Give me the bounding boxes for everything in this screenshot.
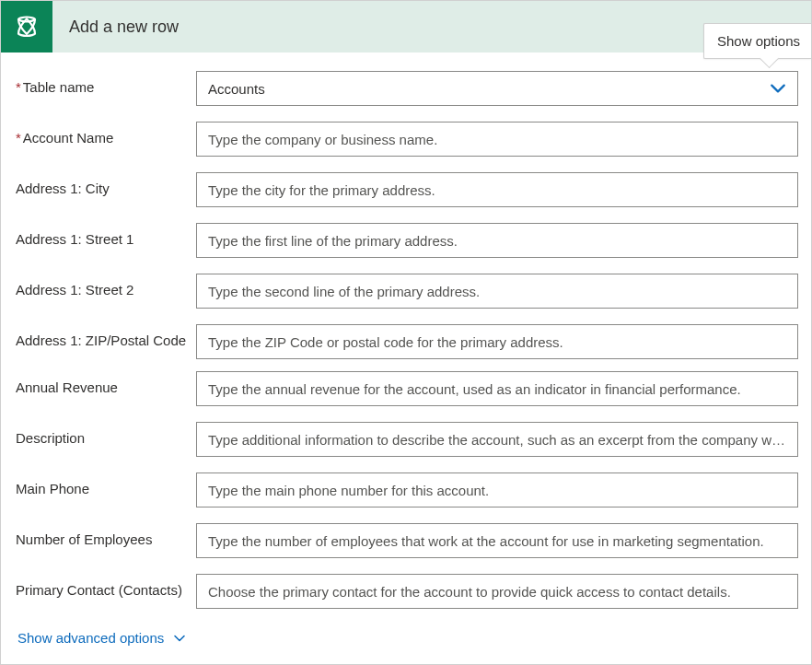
row-address-zip: Address 1: ZIP/Postal Code (16, 324, 798, 359)
row-table-name: *Table name Accounts (16, 71, 798, 106)
row-address-street1: Address 1: Street 1 (16, 223, 798, 258)
annual-revenue-input[interactable] (196, 371, 798, 406)
table-name-select[interactable]: Accounts (196, 71, 798, 106)
row-address-city: Address 1: City (16, 172, 798, 207)
dataverse-logo-icon (10, 10, 43, 43)
label-address-street1: Address 1: Street 1 (16, 223, 196, 249)
row-primary-contact: Primary Contact (Contacts) (16, 574, 798, 609)
description-input[interactable] (196, 422, 798, 457)
row-main-phone: Main Phone (16, 472, 798, 508)
primary-contact-input[interactable] (196, 574, 798, 609)
row-description: Description (16, 422, 798, 457)
num-employees-input[interactable] (196, 523, 798, 558)
label-table-name: *Table name (16, 71, 196, 97)
card-header: Add a new row Show options (1, 1, 811, 52)
dataverse-icon (1, 1, 52, 52)
account-name-input[interactable] (196, 122, 798, 157)
row-annual-revenue: Annual Revenue (16, 371, 798, 406)
label-annual-revenue: Annual Revenue (16, 371, 196, 397)
row-num-employees: Number of Employees (16, 523, 798, 558)
row-account-name: *Account Name (16, 122, 798, 157)
label-num-employees: Number of Employees (16, 523, 196, 549)
label-address-zip: Address 1: ZIP/Postal Code (16, 324, 196, 350)
address-city-input[interactable] (196, 172, 798, 207)
form-body: *Table name Accounts *Account Name Addre… (1, 52, 811, 655)
row-address-street2: Address 1: Street 2 (16, 274, 798, 309)
chevron-down-icon (173, 632, 186, 645)
label-description: Description (16, 422, 196, 448)
show-options-button[interactable]: Show options (703, 23, 811, 59)
label-address-city: Address 1: City (16, 172, 196, 198)
main-phone-input[interactable] (196, 472, 798, 508)
show-advanced-options-label: Show advanced options (17, 630, 164, 646)
label-primary-contact: Primary Contact (Contacts) (16, 574, 196, 600)
required-star: * (16, 79, 21, 95)
chevron-down-icon (770, 80, 786, 97)
required-star: * (16, 130, 21, 146)
label-account-name: *Account Name (16, 122, 196, 147)
address-street1-input[interactable] (196, 223, 798, 258)
card-title: Add a new row (69, 18, 179, 37)
label-main-phone: Main Phone (16, 472, 196, 498)
address-zip-input[interactable] (196, 324, 798, 359)
show-advanced-options-link[interactable]: Show advanced options (16, 624, 186, 646)
label-address-street2: Address 1: Street 2 (16, 274, 196, 299)
table-name-select-value: Accounts (208, 81, 770, 97)
address-street2-input[interactable] (196, 274, 798, 309)
